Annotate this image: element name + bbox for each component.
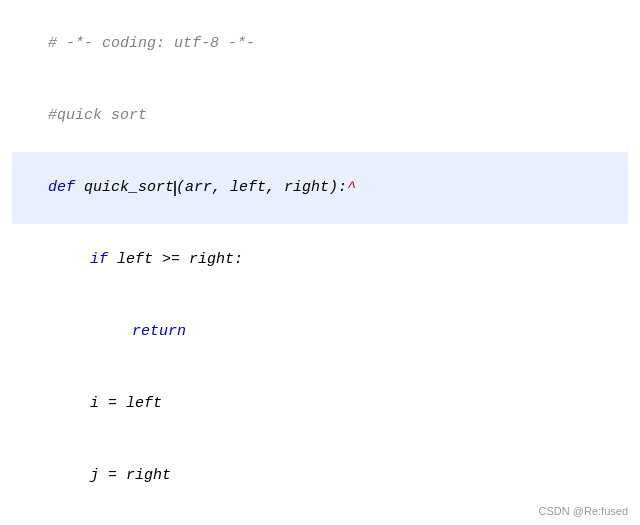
assign-j: j = right [90,467,171,484]
code-line-6: i = left [12,368,628,440]
comment-2: #quick sort [48,107,147,124]
code-line-3: def quick_sort(arr, left, right):^ [12,152,628,224]
comment-1: # -*- coding: utf-8 -*- [48,35,255,52]
keyword-def: def [48,179,84,196]
watermark: CSDN @Re:fused [539,505,628,517]
accent-mark: ^ [347,179,356,196]
keyword-if: if [90,251,117,268]
code-line-4: if left >= right: [12,224,628,296]
code-container: # -*- coding: utf-8 -*- #quick sort def … [0,0,640,525]
assign-i: i = left [90,395,162,412]
code-line-7: j = right [12,440,628,512]
keyword-return: return [132,323,186,340]
code-line-5: return [12,296,628,368]
code-line-1: # -*- coding: utf-8 -*- [12,8,628,80]
code-line-8: key = arr[left] [12,512,628,525]
condition-1: left >= right: [117,251,243,268]
code-line-2: #quick sort [12,80,628,152]
function-name: quick_sort [84,179,174,196]
params: (arr, left, right): [176,179,347,196]
